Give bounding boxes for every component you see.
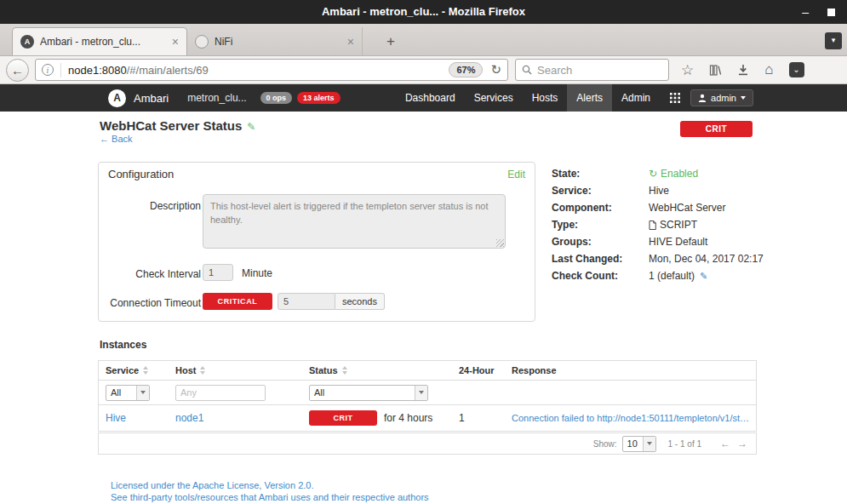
nav-item-dashboard[interactable]: Dashboard	[396, 84, 465, 112]
ambari-favicon-icon: A	[20, 35, 34, 49]
pagination-range: 1 - 1 of 1	[668, 439, 701, 449]
edit-check-count-pencil-icon[interactable]: ✎	[700, 271, 707, 282]
connection-timeout-label: Connection Timeout	[106, 297, 201, 309]
detail-row-check-count: Check Count: 1 (default) ✎	[552, 267, 773, 284]
ambari-navbar: A Ambari metron_clu... 0 ops 13 alerts D…	[0, 84, 847, 112]
license-link[interactable]: Licensed under the Apache License, Versi…	[111, 480, 314, 490]
pocket-icon[interactable]: ⌄	[789, 62, 804, 77]
timeout-value-input[interactable]: 5	[278, 293, 335, 310]
library-icon[interactable]	[709, 64, 722, 77]
column-header-response: Response	[505, 365, 756, 375]
url-bar[interactable]: i node1:8080 /#/main/alerts/69 67% ↻	[35, 59, 508, 81]
detail-value: Mon, Dec 04, 2017 02:17	[649, 253, 764, 265]
nav-item-hosts[interactable]: Hosts	[523, 84, 568, 112]
sort-icon[interactable]	[342, 366, 347, 375]
zoom-level-badge[interactable]: 67%	[449, 62, 483, 77]
detail-label: Component:	[552, 202, 649, 214]
timeout-unit-addon: seconds	[335, 293, 385, 310]
url-path: /#/main/alerts/69	[127, 64, 209, 77]
detail-label: Check Count:	[552, 270, 649, 282]
browser-tab-nifi[interactable]: NiFi ×	[187, 27, 363, 55]
search-placeholder: Search	[537, 64, 572, 77]
sort-icon[interactable]	[200, 366, 205, 375]
nav-item-alerts[interactable]: Alerts	[567, 84, 612, 112]
edit-config-link[interactable]: Edit	[507, 169, 525, 180]
sort-icon[interactable]	[143, 366, 148, 375]
column-header-status[interactable]: Status	[302, 365, 452, 375]
detail-row-groups: Groups: HIVE Default	[552, 233, 773, 250]
tab-label: NiFi	[215, 36, 341, 48]
chevron-down-icon	[415, 386, 427, 400]
cluster-name[interactable]: metron_clu...	[187, 92, 246, 104]
url-host: node1:8080	[68, 64, 127, 77]
select-value: All	[310, 387, 415, 398]
ops-badge[interactable]: 0 ops	[260, 92, 293, 104]
page-size-select[interactable]: 10	[622, 436, 656, 452]
status-filter-select[interactable]: All	[309, 385, 428, 401]
detail-label: Type:	[552, 219, 649, 231]
check-interval-input[interactable]: 1	[203, 264, 233, 281]
download-icon[interactable]	[737, 64, 749, 76]
search-icon	[522, 65, 532, 75]
column-header-service[interactable]: Service	[99, 365, 169, 375]
host-filter-input[interactable]	[175, 385, 266, 401]
bookmark-star-icon[interactable]: ☆	[681, 61, 694, 79]
alert-title-text: WebHCat Server Status	[100, 118, 242, 133]
ambari-logo[interactable]: A	[108, 89, 126, 107]
alert-details: State: ↻Enabled Service: Hive Component:…	[552, 165, 773, 284]
detail-label: Last Changed:	[552, 253, 649, 265]
window-minimize-button[interactable]: –	[802, 8, 809, 16]
browser-toolbar: ← i node1:8080 /#/main/alerts/69 67% ↻ S…	[0, 56, 847, 84]
detail-row-type: Type: SCRIPT	[552, 216, 773, 233]
user-menu-button[interactable]: admin	[690, 89, 753, 106]
detail-value: SCRIPT	[660, 219, 697, 231]
detail-label: State:	[552, 168, 649, 180]
panel-title: Configuration	[108, 168, 174, 180]
alerts-badge[interactable]: 13 alerts	[297, 92, 341, 104]
reload-icon[interactable]: ↻	[490, 62, 501, 77]
host-link[interactable]: node1	[175, 412, 203, 424]
home-icon[interactable]: ⌂	[764, 61, 773, 78]
back-link[interactable]: ← Back	[100, 134, 133, 144]
chevron-down-icon	[136, 386, 149, 400]
apps-grid-icon[interactable]	[670, 93, 680, 103]
detail-value: 1 (default)	[649, 270, 695, 282]
tab-close-icon[interactable]: ×	[172, 35, 179, 49]
tab-overflow-button[interactable]: ▾	[825, 32, 842, 49]
critical-severity-button[interactable]: CRITICAL	[203, 293, 272, 310]
file-icon	[649, 220, 656, 230]
alert-status-button[interactable]: CRIT	[680, 121, 753, 137]
column-header-host[interactable]: Host	[169, 365, 302, 375]
back-arrow-icon: ←	[100, 134, 109, 144]
tab-close-icon[interactable]: ×	[347, 35, 354, 49]
window-maximize-button[interactable]	[827, 9, 835, 16]
browser-search-field[interactable]: Search	[515, 59, 669, 81]
page-content: WebHCat Server Status✎ ← Back CRIT Confi…	[0, 112, 847, 504]
detail-row-last-changed: Last Changed: Mon, Dec 04, 2017 02:17	[552, 250, 773, 267]
next-page-icon[interactable]: →	[737, 438, 747, 450]
browser-tab-ambari[interactable]: A Ambari - metron_clu... ×	[12, 27, 187, 55]
detail-value: WebHCat Server	[649, 202, 725, 214]
previous-page-icon[interactable]: ←	[720, 438, 730, 450]
instances-heading: Instances	[100, 339, 146, 351]
detail-label: Service:	[552, 185, 649, 197]
service-link[interactable]: Hive	[106, 412, 126, 424]
service-filter-select[interactable]: All	[106, 385, 150, 401]
description-textarea[interactable]: This host-level alert is triggered if th…	[203, 194, 506, 249]
nav-item-services[interactable]: Services	[465, 84, 523, 112]
thirdparty-link[interactable]: See third-party tools/resources that Amb…	[111, 492, 429, 502]
new-tab-button[interactable]: +	[380, 31, 402, 52]
table-header-row: Service Host Status 24-Hour Response	[99, 361, 756, 381]
browser-back-button[interactable]: ←	[6, 59, 29, 82]
site-info-icon[interactable]: i	[42, 64, 54, 76]
power-icon: ↻	[649, 168, 657, 180]
ambari-brand[interactable]: Ambari	[134, 92, 169, 105]
table-row: Hive node1 CRIT for 4 hours 1 Connection…	[99, 405, 756, 431]
detail-row-service: Service: Hive	[552, 182, 773, 199]
edit-title-pencil-icon[interactable]: ✎	[247, 121, 255, 133]
instances-table: Service Host Status 24-Hour Response All…	[98, 360, 757, 432]
response-link[interactable]: Connection failed to http://node1:50111/…	[512, 413, 756, 423]
select-value: 10	[623, 438, 643, 449]
status-badge: CRIT	[309, 410, 377, 426]
nav-item-admin[interactable]: Admin	[612, 84, 660, 112]
